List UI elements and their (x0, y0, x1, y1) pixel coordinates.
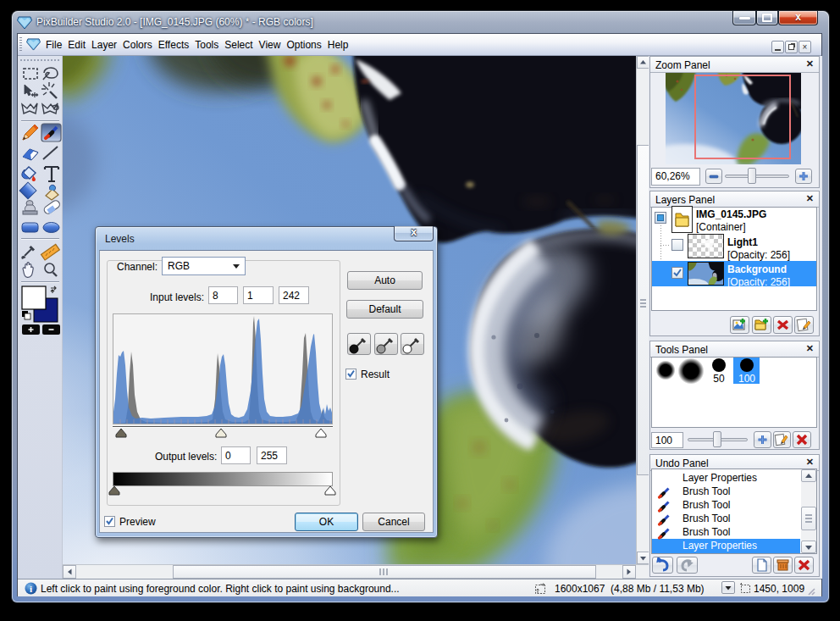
svg-text:i: i (30, 584, 32, 594)
svg-text:50: 50 (713, 373, 725, 385)
svg-text:100: 100 (738, 373, 755, 385)
